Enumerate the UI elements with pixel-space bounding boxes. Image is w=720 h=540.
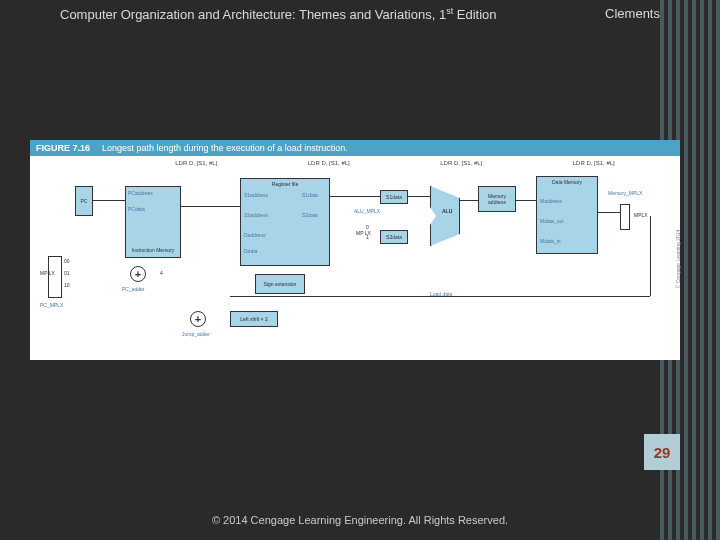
jump-adder-label: Jump_adder bbox=[182, 331, 210, 337]
figure-container: FIGURE 7.16 Longest path length during t… bbox=[30, 140, 680, 360]
wire bbox=[598, 212, 620, 213]
instr-label: LDR D, [S1, #L] bbox=[573, 160, 615, 166]
instruction-memory-block: Instruction Memory bbox=[125, 186, 181, 258]
d-data-label: Ddata bbox=[244, 248, 257, 254]
data-memory-label: Data Memory bbox=[552, 179, 582, 185]
instruction-memory-label: Instruction Memory bbox=[132, 247, 175, 253]
mplx-small-2: MPLX bbox=[634, 212, 648, 218]
mux-01: 01 bbox=[64, 270, 70, 276]
alu-block bbox=[430, 186, 460, 246]
figure-number: FIGURE 7.16 bbox=[36, 143, 90, 153]
s2-data-label: S2data bbox=[302, 212, 318, 218]
pc-mplx-label: PC_MPLX bbox=[40, 302, 63, 308]
slide-header: Computer Organization and Architecture: … bbox=[60, 6, 660, 22]
sign-extension-block: Sign extension bbox=[255, 274, 305, 294]
s2-address-label: S2address bbox=[244, 212, 268, 218]
s1-address-label: S1address bbox=[244, 192, 268, 198]
four-label: 4 bbox=[160, 270, 163, 276]
left-shift-block: Left shift × 2 bbox=[230, 311, 278, 327]
alu-label: ALU bbox=[442, 208, 452, 214]
mplx-small-1: MP LX bbox=[356, 230, 371, 236]
wire bbox=[93, 200, 125, 201]
figure-copyright: © Cengage Learning 2014 bbox=[675, 230, 681, 289]
s1-data-label: S1data bbox=[302, 192, 318, 198]
m-address-label: Maddress bbox=[540, 198, 562, 204]
pc-data-label: PCdata bbox=[128, 206, 145, 212]
pc-mux bbox=[48, 256, 62, 298]
wire bbox=[650, 216, 651, 296]
m-data-out-label: Mdata_out bbox=[540, 218, 564, 224]
pc-adder-icon: + bbox=[130, 266, 146, 282]
author-name: Clements bbox=[605, 6, 660, 22]
pc-adder-label: PC_adder bbox=[122, 286, 145, 292]
memory-address-box: Memory address bbox=[478, 186, 516, 212]
alu-mplx-label: ALU_MPLX bbox=[354, 208, 380, 214]
wire bbox=[408, 196, 430, 197]
wire bbox=[460, 200, 478, 201]
book-title: Computer Organization and Architecture: … bbox=[60, 6, 497, 22]
jump-adder-icon: + bbox=[190, 311, 206, 327]
pc-address-label: PCaddress bbox=[128, 190, 153, 196]
mux-10: 10 bbox=[64, 282, 70, 288]
mux-00: 00 bbox=[64, 258, 70, 264]
s2-box: S2data bbox=[380, 230, 408, 244]
wire bbox=[516, 200, 536, 201]
pc-block: PC bbox=[75, 186, 93, 216]
d-address-label: Daddress bbox=[244, 232, 265, 238]
memory-mplx-label: Memory_MPLX bbox=[608, 190, 642, 196]
wire bbox=[230, 296, 650, 297]
datapath-diagram: LDR D, [S1, #L] LDR D, [S1, #L] LDR D, [… bbox=[30, 156, 680, 356]
instr-label: LDR D, [S1, #L] bbox=[440, 160, 482, 166]
figure-caption: Longest path length during the execution… bbox=[102, 143, 348, 153]
instruction-labels: LDR D, [S1, #L] LDR D, [S1, #L] LDR D, [… bbox=[130, 160, 660, 166]
footer-copyright: © 2014 Cengage Learning Engineering. All… bbox=[0, 514, 720, 526]
wire bbox=[181, 206, 240, 207]
instr-label: LDR D, [S1, #L] bbox=[308, 160, 350, 166]
instr-label: LDR D, [S1, #L] bbox=[175, 160, 217, 166]
wire bbox=[330, 196, 380, 197]
memory-mux bbox=[620, 204, 630, 230]
m-data-in-label: Mdata_in bbox=[540, 238, 561, 244]
figure-header: FIGURE 7.16 Longest path length during t… bbox=[30, 140, 680, 156]
register-file-label: Register file bbox=[272, 181, 298, 187]
s1-box: S1data bbox=[380, 190, 408, 204]
mplx-label: MP LX bbox=[40, 270, 55, 276]
page-number: 29 bbox=[644, 434, 680, 470]
